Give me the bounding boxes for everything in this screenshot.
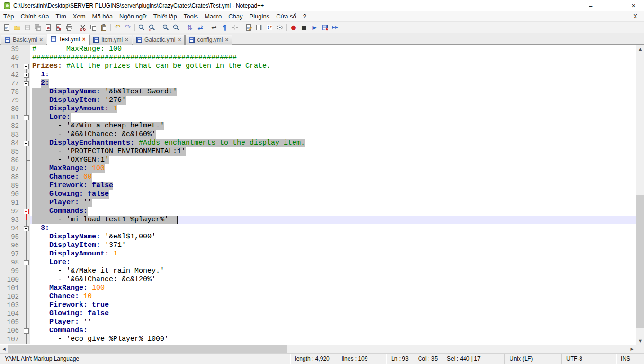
code-text[interactable]: - '&6&lChance: &c&l20%' <box>30 275 636 284</box>
menu-item-xem[interactable]: Xem <box>70 12 89 21</box>
code-text[interactable]: Player: '' <box>30 318 636 327</box>
code-text[interactable]: Chance: 10 <box>30 292 636 301</box>
menu-item-thiết-lập[interactable]: Thiết lập <box>150 12 180 21</box>
menu-item-tools[interactable]: Tools <box>180 12 201 21</box>
code-text[interactable]: - '&7Make it rain Money.' <box>30 267 636 275</box>
code-text[interactable]: - 'OXYGEN:1' <box>30 156 636 164</box>
code-text[interactable]: Commands: <box>30 207 636 216</box>
vertical-scroll-track[interactable] <box>636 53 644 337</box>
show-indent-guide-button[interactable] <box>230 22 240 33</box>
document-map-button[interactable] <box>254 22 264 33</box>
fold-collapse-icon[interactable] <box>24 64 29 69</box>
menu-item-macro[interactable]: Macro <box>201 12 225 21</box>
tab-close-icon[interactable]: × <box>178 37 181 43</box>
close-document-button[interactable] <box>43 22 54 33</box>
tab-close-icon[interactable]: × <box>82 36 85 42</box>
status-insert-mode[interactable]: INS <box>616 354 644 364</box>
print-button[interactable] <box>64 22 74 33</box>
tab-test-yml[interactable]: Test.yml× <box>47 34 89 45</box>
menu-close-x[interactable]: X <box>626 13 644 20</box>
menu-item-chỉnh-sửa[interactable]: Chỉnh sửa <box>17 12 52 21</box>
function-list-button[interactable] <box>264 22 275 33</box>
word-wrap-button[interactable]: ↩ <box>209 22 219 33</box>
tab-galactic-yml[interactable]: Galactic.yml× <box>133 35 185 45</box>
fold-expand-icon[interactable] <box>24 73 29 78</box>
cut-button[interactable] <box>78 22 88 33</box>
copy-button[interactable] <box>88 22 98 33</box>
scroll-down-arrow[interactable]: ▼ <box>636 337 644 345</box>
menu-item-mã-hóa[interactable]: Mã hóa <box>89 12 116 21</box>
code-text[interactable]: MaxRange: 100 <box>30 284 636 292</box>
macro-save-button[interactable] <box>320 22 330 33</box>
code-text[interactable]: 2: <box>30 79 636 88</box>
code-text[interactable]: DisplayName: '&b&lTest Swordt' <box>30 88 636 96</box>
code-text[interactable]: Glowing: false <box>30 190 636 199</box>
minimize-button[interactable]: – <box>580 0 601 11</box>
code-text[interactable]: - 'PROTECTION_ENVIRONMENTAL:1' <box>30 147 636 156</box>
tab-config-yml[interactable]: config.yml× <box>185 35 232 45</box>
scroll-right-arrow[interactable]: ▶ <box>628 345 636 353</box>
macro-run-multiple-button[interactable]: ▶▶ <box>330 22 340 33</box>
code-text[interactable]: DisplayName: '&e&l$1,000' <box>30 233 636 241</box>
tab-close-icon[interactable]: × <box>39 37 43 43</box>
code-text[interactable]: - 'mi load test1 %player%' <box>30 216 636 224</box>
menu-item-chạy[interactable]: Chạy <box>225 12 246 21</box>
code-text[interactable]: - '&6&lChance: &c&l60%' <box>30 130 636 139</box>
menu-item-cửa-sổ[interactable]: Cửa sổ <box>273 12 300 21</box>
scroll-up-arrow[interactable]: ▲ <box>636 45 644 53</box>
code-text[interactable]: 3: <box>30 224 636 233</box>
define-your-language-button[interactable] <box>243 22 254 33</box>
fold-collapse-icon[interactable] <box>24 81 29 86</box>
code-text[interactable]: DisplayItem: '276' <box>30 96 636 105</box>
zoom-out-button[interactable] <box>171 22 181 33</box>
code-text[interactable]: - 'eco give %Player% 1000' <box>30 335 636 344</box>
replace-button[interactable] <box>147 22 157 33</box>
vertical-scroll-thumb[interactable] <box>636 195 644 329</box>
code-text[interactable]: - '&7Win a cheap helmet.' <box>30 122 636 130</box>
code-text[interactable]: Lore: <box>30 113 636 122</box>
sync-vertical-scrolling-button[interactable]: ⇅ <box>185 22 195 33</box>
fold-collapse-icon[interactable] <box>24 328 29 334</box>
find-button[interactable] <box>136 22 147 33</box>
show-all-characters-button[interactable]: ¶ <box>219 22 230 33</box>
tab-basic-yml[interactable]: Basic.yml× <box>1 35 46 45</box>
horizontal-scroll-track[interactable] <box>8 345 628 353</box>
code-text[interactable]: Commands: <box>30 327 636 335</box>
redo-button[interactable]: ↷ <box>123 22 133 33</box>
code-text[interactable]: Firework: false <box>30 182 636 190</box>
horizontal-scroll-thumb[interactable] <box>8 345 287 353</box>
code-text[interactable]: DisplayEnchantments: #Adds enchantments … <box>30 139 636 147</box>
code-text[interactable]: Firework: true <box>30 301 636 309</box>
code-text[interactable]: 1: <box>30 71 636 79</box>
horizontal-scrollbar[interactable]: ◀ ▶ <box>0 345 636 353</box>
code-text[interactable]: Player: '' <box>30 199 636 207</box>
scroll-left-arrow[interactable]: ◀ <box>0 345 8 353</box>
menu-item-tìm[interactable]: Tìm <box>52 12 69 21</box>
monitoring-button[interactable] <box>275 22 285 33</box>
code-text[interactable]: Lore: <box>30 258 636 267</box>
new-file-button[interactable] <box>1 22 12 33</box>
macro-stop-button[interactable]: ■ <box>299 22 309 33</box>
tab-item-yml[interactable]: item.yml× <box>89 35 132 45</box>
open-file-button[interactable] <box>12 22 22 33</box>
code-text[interactable]: DisplayItem: '371' <box>30 241 636 250</box>
menu-item-tệp[interactable]: Tệp <box>0 12 17 21</box>
fold-collapse-icon[interactable] <box>24 141 29 146</box>
fold-collapse-icon[interactable] <box>24 226 29 231</box>
sync-horizontal-scrolling-button[interactable]: ⇄ <box>195 22 206 33</box>
tab-close-icon[interactable]: × <box>225 37 228 43</box>
close-all-documents-button[interactable] <box>54 22 64 33</box>
undo-button[interactable]: ↶ <box>112 22 123 33</box>
code-text[interactable]: Prizes: #All the prizes that can be gott… <box>30 62 636 71</box>
code-text[interactable]: MaxRange: 100 <box>30 164 636 173</box>
fold-collapse-icon[interactable] <box>24 115 29 120</box>
vertical-scrollbar[interactable]: ▲ ▼ <box>636 45 644 345</box>
maximize-button[interactable] <box>601 0 623 11</box>
paste-button[interactable] <box>98 22 109 33</box>
tab-close-icon[interactable]: × <box>125 37 128 43</box>
code-text[interactable]: Chance: 60 <box>30 173 636 182</box>
status-encoding[interactable]: UTF-8 <box>561 354 616 364</box>
code-text[interactable]: DisplayAmount: 1 <box>30 250 636 258</box>
close-button[interactable]: × <box>623 0 644 11</box>
fold-collapse-icon[interactable] <box>24 209 29 214</box>
